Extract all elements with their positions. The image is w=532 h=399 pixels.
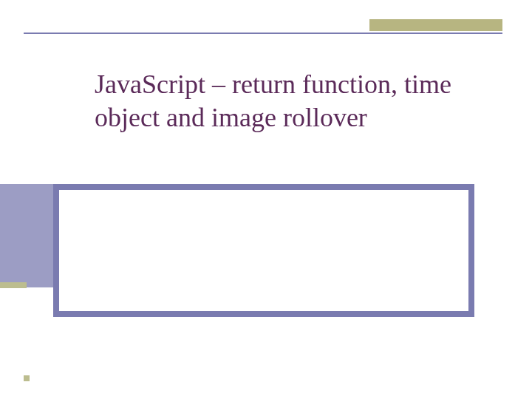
corner-square-accent (24, 375, 30, 381)
sidebar-block (0, 184, 53, 287)
accent-bar-olive (369, 19, 502, 31)
slide-title: JavaScript – return function, time objec… (95, 68, 488, 134)
horizontal-rule-top (24, 33, 502, 34)
sidebar-notch (0, 282, 27, 288)
content-placeholder (53, 184, 474, 317)
